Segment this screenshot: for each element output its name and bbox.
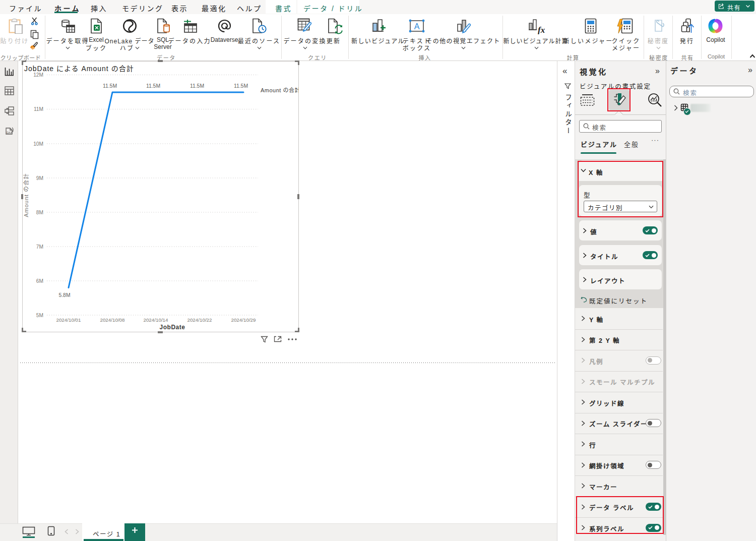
svg-text:2024/10/08: 2024/10/08 [100,317,125,323]
svg-text:2024/10/01: 2024/10/01 [56,317,81,323]
svg-text:Amount の合計: Amount の合計 [23,173,29,217]
svg-text:5M: 5M [36,313,43,318]
svg-text:6M: 6M [36,278,43,284]
svg-text:11.5M: 11.5M [190,83,204,89]
svg-text:12M: 12M [33,72,43,78]
svg-text:11.5M: 11.5M [234,83,248,89]
svg-text:Amount の合計: Amount の合計 [261,87,298,93]
svg-text:A: A [414,22,420,31]
svg-text:11.5M: 11.5M [103,83,117,89]
svg-text:10M: 10M [33,141,43,147]
svg-text:7M: 7M [36,244,43,250]
svg-text:11.5M: 11.5M [146,83,160,89]
svg-text:2024/10/29: 2024/10/29 [231,317,256,323]
svg-text:2024/10/22: 2024/10/22 [187,317,212,323]
svg-text:5.8M: 5.8M [58,292,70,298]
svg-text:DAX: DAX [7,131,13,134]
svg-text:fx: fx [538,25,545,34]
svg-text:2024/10/14: 2024/10/14 [143,317,168,323]
svg-text:8M: 8M [36,210,43,215]
svg-text:JobDate: JobDate [160,324,185,331]
svg-text:11M: 11M [34,106,43,112]
svg-text:9M: 9M [36,175,43,181]
